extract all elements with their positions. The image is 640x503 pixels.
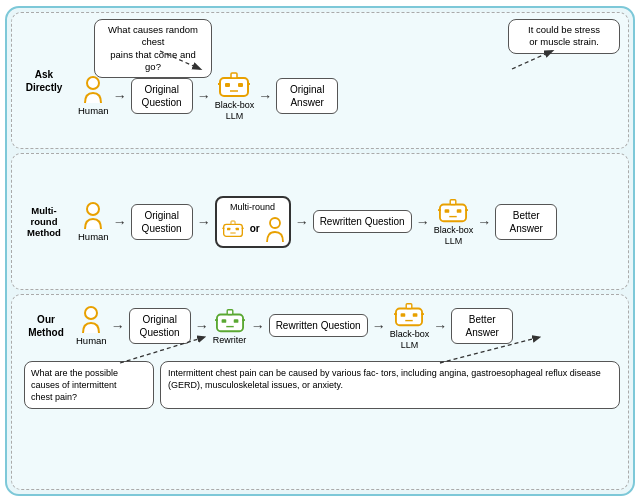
arrow-2d: → <box>416 214 430 230</box>
section-ask-directly: Ask Directly What causes random chest pa… <box>11 12 629 149</box>
svg-rect-14 <box>235 227 238 230</box>
flow-row-2: Human → Original Question → Multi-round <box>78 196 620 248</box>
svg-rect-2 <box>225 83 230 87</box>
svg-rect-3 <box>238 83 243 87</box>
section-our-method: Our Method Human → Original Question → <box>11 294 629 490</box>
human-icon-small <box>265 216 285 242</box>
arrow-1b: → <box>197 88 211 104</box>
human-label-1: Human <box>78 105 109 116</box>
arrow-3a: → <box>111 318 125 334</box>
human-3: Human <box>76 305 107 346</box>
arrow-3d: → <box>372 318 386 334</box>
svg-rect-39 <box>407 304 413 309</box>
llm-label-1: Black-boxLLM <box>215 100 255 122</box>
section-label-3: Our Method <box>20 313 72 339</box>
rewritten-question-box-2: Rewritten Question <box>313 210 412 233</box>
llm-robot-2: Black-boxLLM <box>434 197 474 247</box>
svg-point-27 <box>85 307 97 319</box>
arrow-3e: → <box>433 318 447 334</box>
svg-point-19 <box>270 218 280 228</box>
svg-rect-1 <box>220 78 248 96</box>
llm-label-2: Black-boxLLM <box>434 225 474 247</box>
better-answer-box-2: Better Answer <box>495 204 557 240</box>
or-text: or <box>250 223 260 234</box>
svg-point-0 <box>87 77 99 89</box>
rewriter-robot: Rewriter <box>213 307 247 345</box>
svg-rect-32 <box>227 310 233 315</box>
robot-icon-4 <box>392 301 426 329</box>
arrow-1c: → <box>258 88 272 104</box>
human-icon-2 <box>82 201 104 231</box>
original-question-box-1: Original Question <box>131 78 193 114</box>
section-label-2: Multi-round Method <box>18 204 70 238</box>
better-answer-box-3: Better Answer <box>451 308 513 344</box>
human-icon-3 <box>80 305 102 335</box>
original-question-box-3: Original Question <box>129 308 191 344</box>
svg-rect-24 <box>451 200 457 205</box>
bottom-bubble-left: What are the possible causes of intermit… <box>24 361 154 409</box>
arrow-3c: → <box>251 318 265 334</box>
svg-rect-12 <box>223 224 242 236</box>
section-multiround: Multi-round Method Human → Original Ques… <box>11 153 629 290</box>
svg-rect-13 <box>227 227 230 230</box>
llm-robot-1: Black-boxLLM <box>215 70 255 122</box>
arrow-2a: → <box>113 214 127 230</box>
svg-rect-28 <box>217 314 243 331</box>
svg-rect-20 <box>440 204 466 221</box>
svg-rect-30 <box>233 319 238 323</box>
flow-row-1: Human → Original Question → <box>78 70 620 122</box>
robot-icon-3 <box>436 197 470 225</box>
robot-icon-1 <box>216 70 252 100</box>
svg-point-11 <box>87 203 99 215</box>
original-answer-box-1: Original Answer <box>276 78 338 114</box>
human-label-3: Human <box>76 335 107 346</box>
original-question-box-2: Original Question <box>131 204 193 240</box>
human-2: Human <box>78 201 109 242</box>
multiround-or-box: Multi-round or <box>215 196 291 248</box>
arrow-2e: → <box>477 214 491 230</box>
svg-rect-36 <box>401 313 406 317</box>
multiround-label: Multi-round <box>230 202 275 212</box>
main-container: Ask Directly What causes random chest pa… <box>5 6 635 496</box>
arrow-2c: → <box>295 214 309 230</box>
arrow-3b: → <box>195 318 209 334</box>
svg-rect-21 <box>445 209 450 213</box>
llm-robot-3: Black-boxLLM <box>390 301 430 351</box>
human-icon-1 <box>82 75 104 105</box>
section-label-1: Ask Directly <box>18 68 70 94</box>
rewriter-label: Rewriter <box>213 335 247 345</box>
llm-label-3: Black-boxLLM <box>390 329 430 351</box>
speech-bubble-answer-1: It could be stress or muscle strain. <box>508 19 620 54</box>
multi-inner: or <box>221 216 285 242</box>
arrow-2b: → <box>197 214 211 230</box>
rewritten-question-box-3: Rewritten Question <box>269 314 368 337</box>
svg-rect-29 <box>221 319 226 323</box>
svg-rect-22 <box>457 209 462 213</box>
bottom-bubble-right: Intermittent chest pain can be caused by… <box>160 361 620 409</box>
svg-rect-35 <box>396 309 422 326</box>
human-label-2: Human <box>78 231 109 242</box>
svg-line-10 <box>512 51 552 69</box>
rewriter-icon <box>213 307 247 335</box>
human-1: Human <box>78 75 109 116</box>
svg-rect-5 <box>231 73 237 78</box>
flow-row-3: Human → Original Question → <box>76 301 620 351</box>
robot-icon-2 <box>221 216 245 242</box>
svg-rect-37 <box>413 313 418 317</box>
svg-rect-16 <box>231 221 235 224</box>
arrow-1a: → <box>113 88 127 104</box>
